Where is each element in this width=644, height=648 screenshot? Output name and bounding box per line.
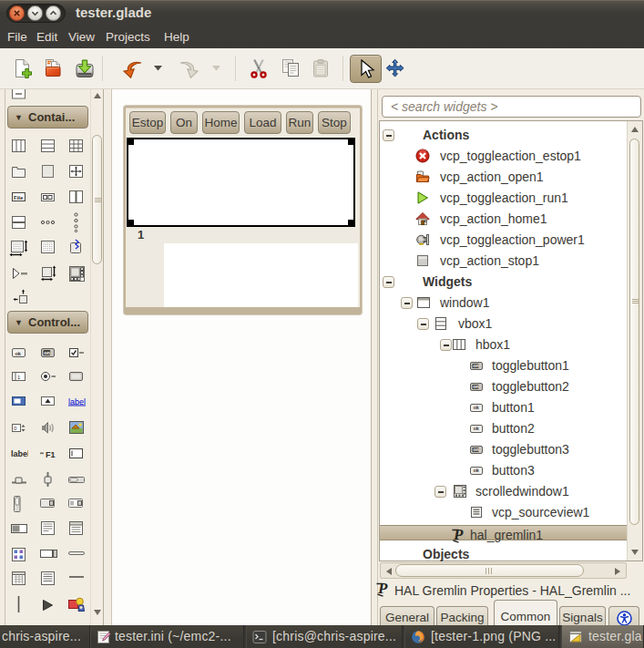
svg-text:ok: ok bbox=[473, 468, 479, 473]
svg-text:on: on bbox=[44, 350, 50, 355]
svg-text:ok: ok bbox=[473, 405, 479, 410]
svg-text:label: label bbox=[11, 449, 28, 458]
svg-text:on: on bbox=[473, 363, 479, 368]
svg-text:ok: ok bbox=[15, 351, 21, 356]
svg-text:F1: F1 bbox=[46, 450, 56, 459]
svg-text:ok: ok bbox=[473, 426, 479, 431]
svg-text:on: on bbox=[473, 447, 479, 452]
svg-text:label: label bbox=[68, 397, 86, 406]
svg-text:on: on bbox=[473, 384, 479, 389]
svg-text:File: File bbox=[14, 195, 24, 201]
